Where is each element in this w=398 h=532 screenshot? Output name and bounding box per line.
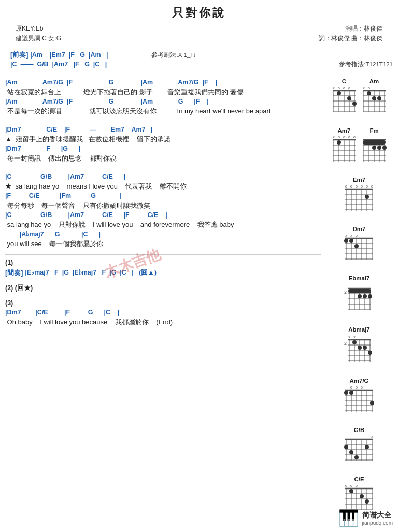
meta-row: 原KEY:Eb 建議男調:C 女:G 演唱：林俊傑 詞：林俊傑 曲：林俊傑 bbox=[16, 24, 382, 44]
svg-text:2: 2 bbox=[344, 290, 347, 295]
verse1-section: |Am Am7/G |F G |Am Am7/G |F | 站在寂寬的舞台上 燈… bbox=[5, 78, 321, 117]
chorus-lyric4: you will see 每一個我都屬於你 bbox=[5, 239, 321, 249]
divider3 bbox=[5, 122, 321, 122]
chorus-chord4: |A♭maj7 G |C | bbox=[5, 230, 321, 239]
svg-text:o: o bbox=[350, 385, 352, 389]
svg-point-16 bbox=[352, 102, 357, 106]
svg-text:o: o bbox=[350, 184, 352, 188]
chorus-star: ★ bbox=[5, 181, 11, 192]
ref-finger: 參考指法:T121T121 bbox=[339, 60, 393, 69]
part3-lyric: Oh baby I will love you because 我都屬於你 (E… bbox=[5, 317, 321, 327]
svg-text:x: x bbox=[371, 435, 373, 438]
part3-label: (3) bbox=[5, 298, 321, 308]
svg-text:o: o bbox=[368, 86, 370, 90]
verse2-lyric1: 殘留手上的香味提醒我 在數位相機裡 留下的承諾 bbox=[14, 134, 170, 145]
svg-text:o: o bbox=[338, 135, 340, 139]
intro-section: [前奏] |Am |Em7 |F G |Am | 參考刷法:X 1_↑↓ |C … bbox=[10, 50, 393, 69]
part3-chord: |Dm7 |C/E |F G |C | bbox=[5, 308, 321, 318]
svg-text:o: o bbox=[371, 184, 373, 188]
chorus-lyric1: sa lang hae yo means I love you 代表著我 離不開… bbox=[13, 181, 187, 192]
svg-text:2: 2 bbox=[344, 341, 347, 346]
divider4 bbox=[5, 169, 321, 169]
chorus-lyric3: sa lang hae yo 只對你說 I will love you and … bbox=[5, 220, 321, 230]
page: 只對你說 原KEY:Eb 建議男調:C 女:G 演唱：林俊傑 詞：林俊傑 曲：林… bbox=[0, 0, 398, 532]
part1-section: (1) [間奏] |E♭maj7 F |G |E♭maj7 F |G |C | … bbox=[5, 258, 321, 279]
svg-text:o: o bbox=[348, 86, 350, 90]
svg-text:o: o bbox=[345, 184, 347, 188]
part1-label: (1) bbox=[5, 258, 321, 268]
content-area: |Am Am7/G |F G |Am Am7/G |F | 站在寂寬的舞台上 燈… bbox=[5, 78, 393, 525]
meta-right: 演唱：林俊傑 詞：林俊傑 曲：林俊傑 bbox=[319, 24, 382, 44]
svg-text:o: o bbox=[361, 385, 363, 389]
divider2 bbox=[5, 75, 393, 75]
svg-point-111 bbox=[368, 294, 372, 298]
svg-point-31 bbox=[377, 96, 381, 100]
svg-rect-58 bbox=[363, 140, 386, 145]
part2-section: (2) (回★) bbox=[5, 283, 321, 293]
verse2-chord1: |Dm7 C/E |F — Em7 Am7 | bbox=[5, 125, 321, 135]
chord-Ebmaj7: Ebmai7 2 bbox=[343, 275, 375, 315]
lyricist: 詞：林俊傑 曲：林俊傑 bbox=[319, 34, 382, 44]
svg-point-158 bbox=[344, 445, 348, 449]
verse2-chord2: |Dm7 F |G | bbox=[5, 145, 321, 154]
svg-point-47 bbox=[337, 140, 341, 145]
svg-text:x: x bbox=[333, 135, 335, 139]
chord-Am7: Am7 x o o o bbox=[331, 127, 358, 165]
verse2-section: |Dm7 C/E |F — Em7 Am7 | ▲ 殘留手上的香味提醒我 在數位… bbox=[5, 125, 321, 164]
verse1-chord2: |Am Am7/G |F G |Am G |F | bbox=[5, 97, 321, 107]
svg-point-60 bbox=[377, 146, 381, 150]
title-section: 只對你說 bbox=[5, 5, 393, 21]
svg-point-29 bbox=[367, 91, 371, 95]
svg-point-109 bbox=[358, 294, 362, 298]
svg-point-125 bbox=[352, 340, 357, 344]
svg-point-176 bbox=[349, 489, 353, 493]
chorus-lyric2: 每分每秒 每一個聲音 只有你撒嬌时讓我微笑 bbox=[5, 200, 321, 211]
chord-Dm7: Dm7 x x o bbox=[343, 226, 375, 264]
part2-label: (2) (回★) bbox=[5, 283, 321, 293]
key-original: 原KEY:Eb bbox=[16, 24, 61, 34]
svg-text:o: o bbox=[338, 86, 340, 90]
svg-point-160 bbox=[354, 455, 359, 459]
svg-text:x: x bbox=[348, 335, 350, 339]
svg-point-143 bbox=[344, 391, 348, 395]
svg-rect-108 bbox=[348, 289, 371, 293]
svg-point-94 bbox=[344, 239, 348, 243]
svg-text:o: o bbox=[350, 484, 352, 487]
svg-point-126 bbox=[358, 346, 362, 350]
svg-point-61 bbox=[382, 146, 387, 150]
intro-line1: |Am |Em7 |F G |Am | bbox=[30, 51, 108, 60]
svg-text:x: x bbox=[350, 234, 352, 237]
intro-line2: |C —— G/B |Am7 |F G |C | bbox=[10, 60, 107, 69]
svg-text:x: x bbox=[363, 86, 365, 90]
svg-text:o: o bbox=[343, 135, 345, 139]
svg-text:o: o bbox=[343, 86, 345, 90]
ref-strum: 參考刷法:X 1_↑↓ bbox=[151, 51, 196, 60]
main-title: 只對你說 bbox=[5, 5, 393, 21]
svg-text:o: o bbox=[356, 184, 358, 188]
svg-text:o: o bbox=[356, 234, 358, 237]
svg-text:x: x bbox=[353, 335, 356, 339]
chord-GB: G/B x bbox=[343, 427, 375, 465]
svg-point-178 bbox=[365, 499, 369, 504]
chord-Abmaj7: Abmaj7 2 x x bbox=[343, 326, 375, 366]
meta-left: 原KEY:Eb 建議男調:C 女:G bbox=[16, 24, 61, 44]
svg-text:o: o bbox=[361, 184, 363, 188]
svg-point-161 bbox=[365, 445, 369, 449]
svg-point-177 bbox=[360, 494, 364, 498]
svg-text:x: x bbox=[333, 86, 335, 90]
chord-Fm: Fm bbox=[361, 127, 388, 165]
chorus-chord2: |F C/E |Fm G | bbox=[5, 192, 321, 201]
logo-sub: jianpudq.com bbox=[362, 520, 393, 526]
svg-point-15 bbox=[347, 96, 351, 100]
piano-logo-icon: 🎹 bbox=[338, 508, 359, 528]
lyrics-area: |Am Am7/G |F G |Am Am7/G |F | 站在寂寬的舞台上 燈… bbox=[5, 78, 321, 525]
svg-point-159 bbox=[349, 450, 353, 454]
divider1 bbox=[5, 47, 393, 47]
part3-section: (3) |Dm7 |C/E |F G |C | Oh baby I will l… bbox=[5, 298, 321, 327]
chord-Am: Am x o bbox=[361, 78, 388, 116]
logo-text: 简谱大全 bbox=[362, 511, 393, 520]
svg-point-96 bbox=[354, 244, 359, 248]
svg-point-144 bbox=[349, 391, 353, 395]
key-suggestion: 建議男調:C 女:G bbox=[16, 34, 61, 44]
svg-text:o: o bbox=[356, 385, 358, 389]
